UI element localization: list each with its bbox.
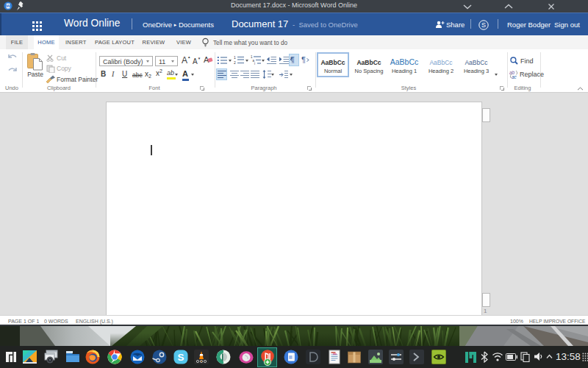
svg-text:2: 2 bbox=[234, 60, 236, 65]
svg-text:i: i bbox=[254, 62, 255, 65]
svg-text:ac: ac bbox=[512, 74, 517, 79]
svg-text:S: S bbox=[481, 21, 486, 29]
svg-text:1: 1 bbox=[234, 55, 236, 60]
svg-text:S: S bbox=[177, 352, 184, 363]
